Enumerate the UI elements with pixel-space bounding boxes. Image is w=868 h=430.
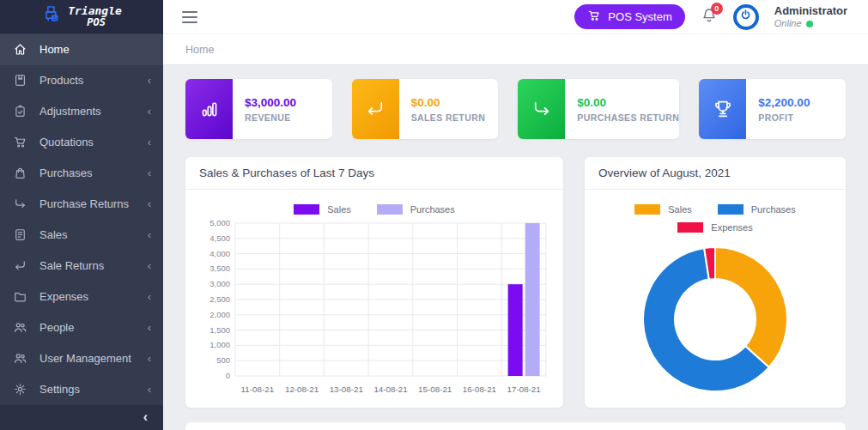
- user-management-icon: [13, 351, 27, 366]
- stat-value: $2,200.00: [758, 96, 810, 109]
- stat-text: $0.00PURCHASES RETURN: [565, 79, 679, 139]
- chevron-left-icon: ‹: [148, 321, 151, 334]
- donut-chart: [635, 239, 795, 399]
- pos-system-button[interactable]: POS System: [574, 4, 684, 29]
- online-dot: [806, 21, 813, 27]
- sidebar-item-label: Sales: [39, 228, 68, 241]
- svg-text:12-08-21: 12-08-21: [285, 385, 319, 394]
- sidebar-item-products[interactable]: Products‹: [0, 65, 163, 96]
- svg-text:3,500: 3,500: [209, 263, 230, 273]
- user-info[interactable]: Administrator Online: [774, 4, 847, 30]
- stat-icon-block: [352, 79, 399, 139]
- bar-chart-icon: [198, 98, 221, 120]
- cart-icon: [587, 9, 601, 25]
- chevron-left-icon: ‹: [148, 290, 151, 303]
- stat-text: $0.00SALES RETURN: [399, 79, 485, 139]
- corner-down-left-icon: [13, 258, 27, 273]
- sidebar-collapse-button[interactable]: ‹: [0, 405, 163, 430]
- svg-text:14-08-21: 14-08-21: [373, 385, 407, 394]
- legend-label: Purchases: [751, 204, 796, 215]
- stat-icon-block: [518, 79, 565, 139]
- corner-down-right-icon: [531, 98, 553, 120]
- sidebar-item-quotations[interactable]: Quotations‹: [0, 127, 163, 158]
- legend-item-sales[interactable]: Sales: [294, 204, 351, 215]
- stat-label: REVENUE: [245, 112, 296, 123]
- svg-text:3,000: 3,000: [209, 279, 230, 288]
- svg-text:11-08-21: 11-08-21: [241, 385, 275, 394]
- printer-pos-icon: [41, 4, 62, 25]
- legend-item-purchases[interactable]: Purchases: [718, 204, 796, 215]
- sidebar-item-label: Quotations: [39, 136, 94, 148]
- stat-value: $0.00: [577, 96, 679, 109]
- stat-label: PURCHASES RETURN: [577, 112, 679, 123]
- corner-down-left-icon: [364, 98, 386, 120]
- svg-text:15-08-21: 15-08-21: [418, 385, 452, 394]
- page-content: $3,000.00REVENUE$0.00SALES RETURN$0.00PU…: [163, 65, 868, 430]
- legend-item-expenses[interactable]: Expenses: [677, 222, 752, 233]
- chevron-left-icon: ‹: [148, 197, 151, 210]
- notification-badge: 0: [711, 3, 723, 15]
- sidebar-item-label: Home: [39, 43, 70, 56]
- sidebar-item-home[interactable]: Home: [0, 34, 163, 65]
- stat-value: $0.00: [411, 96, 485, 109]
- sidebar-item-label: Expenses: [39, 290, 88, 303]
- notifications-button[interactable]: 0: [701, 7, 718, 27]
- stat-icon-block: [699, 79, 746, 139]
- chevron-left-icon: ‹: [148, 259, 151, 272]
- sidebar-item-label: Sale Returns: [39, 259, 104, 272]
- sidebar: Triangle POS HomeProducts‹Adjustments‹Qu…: [0, 0, 163, 430]
- legend-item-sales[interactable]: Sales: [634, 204, 692, 215]
- stat-value: $3,000.00: [245, 96, 296, 109]
- stat-text: $2,200.00PROFIT: [746, 79, 810, 139]
- purchases-bag-icon: [13, 166, 27, 180]
- bar-chart-legend: SalesPurchases: [194, 204, 555, 215]
- expenses-folder-icon: [13, 289, 27, 304]
- trophy-icon: [712, 98, 734, 120]
- stat-card-sales-return: $0.00SALES RETURN: [352, 79, 499, 139]
- svg-text:17-08-21: 17-08-21: [507, 385, 541, 394]
- sidebar-item-people[interactable]: People‹: [0, 312, 163, 343]
- stat-label: PROFIT: [758, 112, 810, 123]
- breadcrumb: Home: [163, 34, 868, 65]
- sidebar-item-purchase-returns[interactable]: Purchase Returns‹: [0, 189, 163, 220]
- donut-chart-title: Overview of August, 2021: [585, 157, 846, 190]
- sidebar-item-label: Products: [39, 74, 83, 87]
- sidebar-item-settings[interactable]: Settings‹: [0, 374, 163, 405]
- sidebar-item-sales[interactable]: Sales‹: [0, 220, 163, 251]
- app-logo[interactable]: Triangle POS: [0, 0, 163, 33]
- sidebar-item-label: User Management: [39, 352, 131, 365]
- chevron-left-icon: ‹: [148, 136, 151, 148]
- pos-system-button-label: POS System: [608, 10, 671, 23]
- app-root: Triangle POS HomeProducts‹Adjustments‹Qu…: [0, 0, 868, 430]
- chevron-left-icon: ‹: [148, 228, 151, 241]
- chevron-left-icon: ‹: [148, 105, 151, 118]
- breadcrumb-home[interactable]: Home: [185, 44, 214, 56]
- svg-text:2,500: 2,500: [209, 294, 230, 304]
- settings-gear-icon: [13, 382, 27, 397]
- svg-text:5,000: 5,000: [209, 218, 230, 227]
- logo-text: Triangle POS: [68, 5, 122, 27]
- hamburger-menu-icon[interactable]: [182, 11, 197, 23]
- power-icon: [739, 9, 752, 25]
- bar-chart-card: Sales & Purchases of Last 7 Days SalesPu…: [185, 157, 563, 408]
- svg-text:4,500: 4,500: [209, 233, 230, 243]
- user-avatar[interactable]: [733, 4, 759, 30]
- sidebar-item-adjustments[interactable]: Adjustments‹: [0, 96, 163, 127]
- sidebar-item-purchases[interactable]: Purchases‹: [0, 158, 163, 189]
- main-column: POS System 0 Administrator Online: [163, 0, 868, 430]
- legend-swatch: [377, 204, 403, 215]
- sidebar-item-sale-returns[interactable]: Sale Returns‹: [0, 251, 163, 282]
- chevron-left-icon: ‹: [148, 383, 151, 396]
- sidebar-item-expenses[interactable]: Expenses‹: [0, 282, 163, 312]
- user-name: Administrator: [774, 4, 847, 18]
- printer-pos-icon: [41, 4, 62, 28]
- sidebar-item-user-management[interactable]: User Management‹: [0, 343, 163, 374]
- cart-icon: [587, 9, 601, 22]
- stat-label: SALES RETURN: [411, 112, 485, 123]
- donut-segment-sales[interactable]: [715, 247, 787, 367]
- top-header: POS System 0 Administrator Online: [163, 0, 868, 34]
- sidebar-item-label: Purchase Returns: [39, 197, 129, 210]
- legend-item-purchases[interactable]: Purchases: [377, 204, 455, 215]
- sidebar-item-label: Settings: [39, 383, 80, 396]
- bar-chart: 05001,0001,5002,0002,5003,0003,5004,0004…: [196, 216, 553, 398]
